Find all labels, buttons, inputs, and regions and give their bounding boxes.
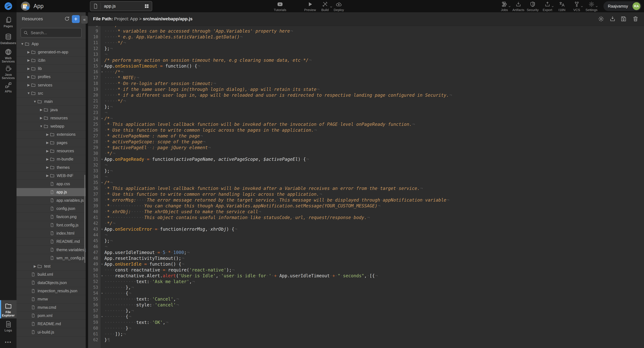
tree-file-favicon.png[interactable]: favicon.png: [16, 213, 86, 221]
caret-right-icon[interactable]: ▶: [45, 149, 50, 153]
rail-item-databases[interactable]: Databases: [0, 33, 16, 45]
topbar-settings-button[interactable]: Settings: [583, 1, 600, 12]
caret-right-icon[interactable]: ▶: [32, 264, 37, 268]
tree-file-app.css[interactable]: app.css: [16, 180, 86, 188]
tree-file-font.config.js[interactable]: font.config.js: [16, 221, 86, 229]
caret-right-icon[interactable]: ▶: [26, 67, 31, 71]
tree-file-wm_rn_config.js[interactable]: wm_rn_config.js: [16, 254, 86, 262]
topbar-export-button[interactable]: Export: [539, 1, 556, 12]
caret-right-icon[interactable]: ▶: [45, 141, 50, 144]
fold-arrow-icon[interactable]: ▾: [101, 290, 103, 296]
caret-down-icon[interactable]: ▼: [20, 42, 25, 46]
caret-right-icon[interactable]: ▶: [26, 75, 31, 79]
caret-down-icon[interactable]: ▼: [26, 91, 31, 95]
tree-file-theme.variables.js[interactable]: theme.variables.js: [16, 246, 86, 254]
fold-arrow-icon[interactable]: ▾: [101, 314, 103, 319]
search-box[interactable]: [20, 28, 82, 38]
tree-folder-i18n[interactable]: ▶i18n: [16, 56, 86, 65]
tree-folder-extensions[interactable]: ▶extensions: [16, 130, 86, 138]
save-icon[interactable]: [620, 16, 627, 22]
caret-down-icon[interactable]: ▼: [32, 100, 37, 103]
tree-folder-generated-rn-app[interactable]: ▶generated-rn-app: [16, 48, 86, 56]
fold-arrow-icon[interactable]: ▾: [101, 180, 103, 186]
fold-arrow-icon[interactable]: ▾: [101, 26, 103, 28]
tree-file-app.js[interactable]: app.js: [16, 188, 86, 196]
tree-folder-web-inf[interactable]: ▶WEB-INF: [16, 172, 86, 180]
tree-scrollbar[interactable]: [84, 175, 85, 263]
tree-folder-rn-bundle[interactable]: ▶rn-bundle: [16, 155, 86, 163]
caret-right-icon[interactable]: ▶: [45, 174, 50, 178]
fold-arrow-icon[interactable]: ▾: [101, 261, 103, 267]
tree-folder-webapp[interactable]: ▼webapp: [16, 122, 86, 130]
topbar-i18n-button[interactable]: I18N: [554, 1, 570, 12]
tree-file-readme.md[interactable]: README.md: [16, 237, 86, 246]
code-line-9: 9·····*·variables·can·be·accessed·throug…: [88, 28, 644, 34]
caret-right-icon[interactable]: ▶: [45, 133, 50, 136]
fold-arrow-icon[interactable]: ▾: [101, 156, 103, 162]
tree-folder-resources[interactable]: ▶resources: [16, 114, 86, 122]
rail-item-logs[interactable]: Logs: [0, 321, 16, 332]
caret-right-icon[interactable]: ▶: [26, 50, 31, 54]
fold-arrow-icon[interactable]: ▾: [101, 69, 103, 75]
tree-file-config.json[interactable]: config.json: [16, 205, 86, 213]
wavemaker-logo[interactable]: [0, 0, 16, 12]
tree-folder-pages[interactable]: ▶pages: [16, 139, 86, 147]
tree-folder-themes[interactable]: ▶themes: [16, 163, 86, 171]
add-resource-button[interactable]: +: [72, 15, 80, 23]
rail-more-button[interactable]: •••: [0, 339, 16, 345]
user-menu[interactable]: Raajvamsy RA: [604, 1, 642, 11]
project-selector[interactable]: App: [16, 0, 88, 12]
fold-arrow-icon[interactable]: ▾: [101, 116, 103, 121]
tree-file-inspection_results.json[interactable]: inspection_results.json: [16, 287, 86, 295]
tree-file-build.xml[interactable]: build.xml: [16, 270, 86, 279]
tree-file-ui-build.js[interactable]: ui-build.js: [16, 328, 86, 336]
avatar: RA: [632, 2, 640, 10]
topbar-vcs-button[interactable]: VCS: [568, 1, 585, 12]
caret-right-icon[interactable]: ▶: [26, 58, 31, 62]
tree-file-pom.xml[interactable]: pom.xml: [16, 312, 86, 320]
tree-file-mvnw.cmd[interactable]: mvnw.cmd: [16, 303, 86, 312]
tree-file-index.html[interactable]: index.html: [16, 229, 86, 237]
rail-item-web-services[interactable]: WebServices: [0, 48, 16, 63]
tree-folder-lib[interactable]: ▶lib: [16, 65, 86, 73]
tree-folder-services[interactable]: ▶services: [16, 81, 86, 89]
rail-item-file-explorer[interactable]: FileExplorer: [0, 300, 16, 318]
grid-icon[interactable]: [144, 4, 149, 9]
toolbar-deploy-button[interactable]: Deploy: [327, 1, 350, 12]
download-icon[interactable]: [610, 16, 616, 22]
fold-arrow-icon[interactable]: ▾: [101, 63, 103, 69]
tree-folder-test[interactable]: ▶test: [16, 262, 86, 270]
caret-right-icon[interactable]: ▶: [45, 165, 50, 169]
delete-icon[interactable]: [632, 16, 639, 22]
tree-folder-resources[interactable]: ▶resources: [16, 147, 86, 155]
caret-right-icon[interactable]: ▶: [26, 83, 31, 87]
code-text: };¬: [104, 46, 113, 52]
code-editor[interactable]: 8▾····/*¬9·····*·variables·can·be·access…: [88, 26, 644, 348]
tree-folder-java[interactable]: ▶java: [16, 106, 86, 114]
tree-file-dataobjects.json[interactable]: dataObjects.json: [16, 279, 86, 287]
tree-folder-main[interactable]: ▼main: [16, 97, 86, 106]
fold-arrow-icon[interactable]: ▾: [101, 273, 103, 279]
topbar-artifacts-button[interactable]: Artifacts: [510, 1, 526, 12]
caret-down-icon[interactable]: ▼: [39, 124, 44, 128]
refresh-icon[interactable]: [64, 16, 70, 22]
caret-right-icon[interactable]: ▶: [39, 116, 44, 120]
rail-item-pages[interactable]: Pages: [0, 16, 16, 28]
caret-right-icon[interactable]: ▶: [45, 157, 50, 161]
tree-file-mvnw[interactable]: mvnw: [16, 295, 86, 303]
rail-item-apis[interactable]: APIs: [0, 82, 16, 93]
tab-app-js[interactable]: app.js: [90, 1, 152, 11]
tree-file-readme.md[interactable]: README.md: [16, 320, 86, 328]
search-input[interactable]: [30, 30, 78, 36]
collapse-panel-button[interactable]: «: [81, 16, 88, 24]
topbar-security-button[interactable]: Security: [524, 1, 541, 12]
tree-folder-app[interactable]: ▼App: [16, 40, 86, 48]
tree-folder-profiles[interactable]: ▶profiles: [16, 73, 86, 81]
fold-arrow-icon[interactable]: ▾: [101, 226, 103, 232]
toolbar-tutorials-button[interactable]: Tutorials: [268, 1, 292, 12]
settings-gear-icon[interactable]: [598, 16, 604, 22]
tree-folder-src[interactable]: ▼src: [16, 89, 86, 97]
tree-file-app.variables.js[interactable]: app.variables.js: [16, 196, 86, 205]
caret-right-icon[interactable]: ▶: [39, 108, 44, 112]
rail-item-java-services[interactable]: JavaServices: [0, 65, 16, 80]
